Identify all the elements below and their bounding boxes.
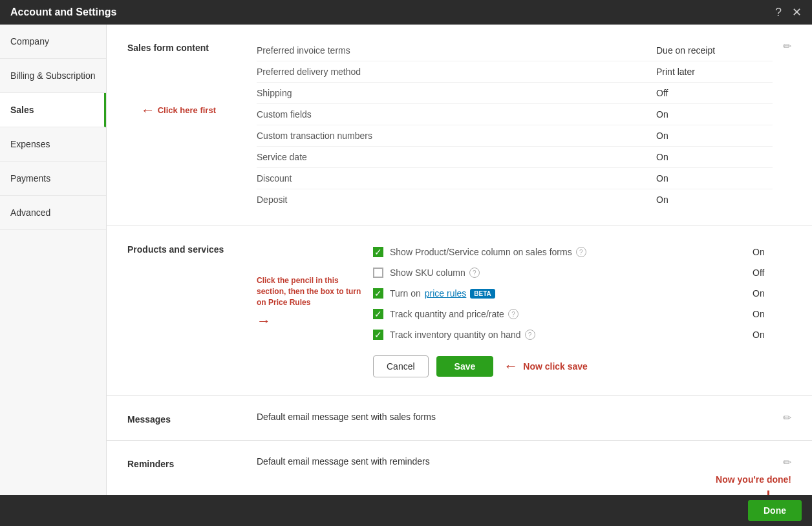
- check-label-track-qty: Track quantity and price/rate ?: [390, 309, 518, 319]
- field-name-custom-fields: Custom fields: [257, 109, 656, 120]
- value-track-qty: On: [753, 309, 791, 319]
- sidebar: Company Billing & Subscription Sales ← C…: [0, 25, 107, 495]
- check-row-track-qty: ✓ Track quantity and price/rate ? On: [373, 304, 791, 324]
- done-arrow-container: ↘: [127, 485, 791, 495]
- pencil-annotation-text: Click the pencil in this section, then t…: [257, 275, 368, 308]
- products-services-section: Products and services Click the pencil i…: [107, 226, 812, 396]
- field-name-service-date: Service date: [257, 152, 656, 162]
- reminders-section: Reminders Default email message sent wit…: [107, 441, 812, 495]
- value-price-rules: On: [753, 288, 791, 299]
- field-deposit: Deposit On: [257, 189, 773, 210]
- messages-body: Default email message sent with sales fo…: [257, 412, 773, 422]
- label-track-inventory: Track inventory quantity on hand: [390, 330, 521, 340]
- field-shipping: Shipping Off: [257, 83, 773, 104]
- sidebar-item-billing[interactable]: Billing & Subscription: [0, 59, 106, 93]
- main-layout: Company Billing & Subscription Sales ← C…: [0, 25, 812, 495]
- messages-pencil-icon[interactable]: ✏: [783, 412, 791, 423]
- messages-description: Default email message sent with sales fo…: [257, 412, 436, 422]
- check-row-price-rules: ✓ Turn on price rules BETA On: [373, 283, 791, 304]
- sidebar-item-expenses[interactable]: Expenses: [0, 127, 106, 162]
- account-settings-window: Account and Settings ? ✕ Company Billing…: [0, 0, 812, 526]
- button-row: Cancel Save: [373, 355, 493, 377]
- field-delivery-method: Preferred delivery method Print later: [257, 61, 773, 83]
- messages-label: Messages: [127, 412, 257, 425]
- products-button-area: Cancel Save ← Now click save: [373, 345, 791, 380]
- field-name-delivery: Preferred delivery method: [257, 67, 656, 77]
- check-label-show-sku: Show SKU column ?: [390, 268, 480, 278]
- label-track-qty: Track quantity and price/rate: [390, 309, 504, 319]
- sales-form-edit[interactable]: ✏: [783, 40, 791, 52]
- check-label-show-product: Show Product/Service column on sales for…: [390, 247, 586, 257]
- pencil-icon[interactable]: ✏: [783, 41, 791, 52]
- help-icon-track-inventory[interactable]: ?: [525, 330, 535, 340]
- reminders-pencil-icon[interactable]: ✏: [783, 457, 791, 468]
- checkbox-price-rules[interactable]: ✓: [373, 288, 383, 299]
- value-track-inventory: On: [753, 330, 791, 340]
- field-value-invoice-terms: Due on receipt: [656, 45, 773, 56]
- field-value-discount: On: [656, 173, 773, 184]
- field-value-delivery: Print later: [656, 67, 773, 77]
- value-show-sku: Off: [753, 268, 791, 278]
- checkbox-track-inventory[interactable]: ✓: [373, 330, 383, 340]
- products-annotation-panel: Click the pencil in this section, then t…: [257, 242, 373, 330]
- checkbox-show-product[interactable]: ✓: [373, 247, 383, 257]
- close-icon[interactable]: ✕: [792, 5, 802, 19]
- bottom-bar: Done: [0, 495, 812, 526]
- save-annotation-area: ← Now click save: [504, 358, 588, 375]
- save-annotation-text: Now click save: [523, 361, 588, 372]
- sidebar-item-sales[interactable]: Sales: [0, 93, 106, 127]
- field-invoice-terms: Preferred invoice terms Due on receipt: [257, 40, 773, 61]
- label-show-sku: Show SKU column: [390, 268, 465, 278]
- title-bar: Account and Settings ? ✕: [0, 0, 812, 25]
- messages-section: Messages Default email message sent with…: [107, 396, 812, 441]
- reminders-description: Default email message sent with reminder…: [257, 456, 430, 467]
- sidebar-item-payments[interactable]: Payments: [0, 162, 106, 196]
- reminders-edit[interactable]: ✏: [783, 456, 791, 468]
- sales-form-content-section: Sales form content Preferred invoice ter…: [107, 25, 812, 226]
- done-annotation-area: Now you're done!: [127, 469, 791, 485]
- check-row-track-inventory: ✓ Track inventory quantity on hand ? On: [373, 324, 791, 345]
- sales-form-row: Sales form content Preferred invoice ter…: [127, 40, 791, 210]
- save-button[interactable]: Save: [436, 356, 494, 377]
- price-rules-link[interactable]: price rules: [425, 288, 467, 299]
- pencil-arrow: →: [257, 313, 271, 330]
- field-name-shipping: Shipping: [257, 88, 656, 98]
- help-icon[interactable]: ?: [775, 6, 782, 19]
- done-annotation-text: Now you're done!: [716, 474, 791, 485]
- label-show-product: Show Product/Service column on sales for…: [390, 247, 572, 257]
- check-row-show-sku: Show SKU column ? Off: [373, 262, 791, 283]
- messages-edit[interactable]: ✏: [783, 412, 791, 424]
- help-icon-show-product[interactable]: ?: [576, 247, 586, 257]
- beta-badge: BETA: [470, 289, 495, 299]
- check-label-price-rules: Turn on price rules BETA: [390, 288, 495, 299]
- label-turn-on: Turn on: [390, 288, 421, 299]
- sidebar-item-company[interactable]: Company: [0, 25, 106, 59]
- field-name-discount: Discount: [257, 173, 656, 184]
- field-value-deposit: On: [656, 195, 773, 205]
- field-value-shipping: Off: [656, 88, 773, 98]
- help-icon-track-qty[interactable]: ?: [508, 309, 518, 319]
- field-name-transaction: Custom transaction numbers: [257, 131, 656, 141]
- field-value-service-date: On: [656, 152, 773, 162]
- field-value-custom-fields: On: [656, 109, 773, 120]
- products-body: ✓ Show Product/Service column on sales f…: [373, 242, 791, 380]
- field-discount: Discount On: [257, 168, 773, 189]
- reminders-body: Default email message sent with reminder…: [257, 456, 773, 467]
- field-name-invoice-terms: Preferred invoice terms: [257, 45, 656, 56]
- value-show-product: On: [753, 247, 791, 257]
- sales-form-label: Sales form content: [127, 40, 257, 53]
- field-transaction-numbers: Custom transaction numbers On: [257, 125, 773, 147]
- window-title: Account and Settings: [10, 6, 116, 18]
- done-button[interactable]: Done: [748, 500, 802, 521]
- checkbox-show-sku[interactable]: [373, 268, 383, 278]
- messages-row: Messages Default email message sent with…: [127, 412, 791, 425]
- field-value-transaction: On: [656, 131, 773, 141]
- content-area: Sales form content Preferred invoice ter…: [107, 25, 812, 495]
- field-service-date: Service date On: [257, 147, 773, 168]
- sidebar-item-advanced[interactable]: Advanced: [0, 196, 106, 230]
- help-icon-show-sku[interactable]: ?: [469, 268, 480, 278]
- checkbox-track-qty[interactable]: ✓: [373, 309, 383, 319]
- sales-form-body: Preferred invoice terms Due on receipt P…: [257, 40, 773, 210]
- field-name-deposit: Deposit: [257, 195, 656, 205]
- cancel-button[interactable]: Cancel: [373, 355, 429, 377]
